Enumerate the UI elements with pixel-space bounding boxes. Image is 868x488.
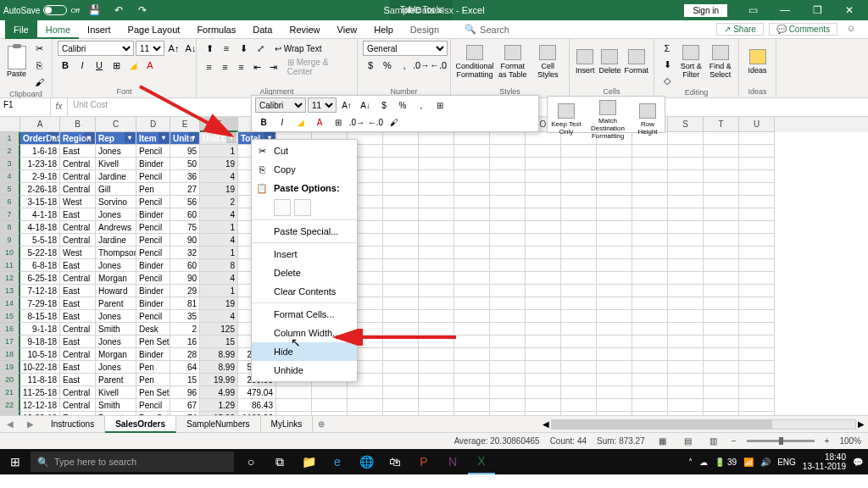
cell[interactable] bbox=[454, 145, 490, 158]
cell[interactable] bbox=[490, 234, 526, 247]
cell[interactable] bbox=[704, 285, 739, 297]
cell[interactable]: 60 bbox=[170, 259, 200, 272]
find-select-button[interactable]: Find & Select bbox=[708, 41, 734, 83]
cell[interactable] bbox=[419, 145, 454, 158]
cell[interactable]: 11-25-18 bbox=[20, 386, 60, 399]
menu-clear-contents[interactable]: Clear Contents bbox=[252, 282, 357, 301]
cell[interactable]: 32 bbox=[170, 247, 200, 259]
cell[interactable]: Pencil bbox=[136, 145, 170, 158]
cell[interactable] bbox=[668, 196, 704, 208]
cell[interactable] bbox=[454, 158, 490, 170]
cell[interactable] bbox=[632, 386, 668, 399]
cell[interactable] bbox=[490, 145, 526, 158]
cell[interactable]: 56 bbox=[170, 196, 200, 208]
cell[interactable]: 81 bbox=[170, 297, 200, 310]
add-sheet-button[interactable]: ⊕ bbox=[313, 419, 330, 429]
mini-increase-font-icon[interactable]: A↑ bbox=[338, 97, 355, 113]
cell[interactable]: Jones bbox=[96, 145, 136, 158]
cell[interactable] bbox=[454, 412, 490, 415]
cell[interactable] bbox=[454, 348, 490, 361]
cell[interactable] bbox=[490, 183, 526, 196]
mini-comma-icon[interactable]: , bbox=[413, 97, 430, 113]
bold-button[interactable]: B bbox=[58, 58, 73, 73]
tray-temp[interactable]: 🔋 39 bbox=[715, 458, 737, 467]
orientation-icon[interactable]: ⤢ bbox=[253, 41, 268, 56]
cell[interactable] bbox=[597, 348, 632, 361]
cell[interactable]: 19 bbox=[200, 158, 238, 170]
cell[interactable]: Units bbox=[170, 132, 200, 145]
cell[interactable] bbox=[419, 158, 454, 170]
mini-fill-icon[interactable]: ◢ bbox=[292, 114, 309, 130]
row-header[interactable]: 7 bbox=[0, 208, 20, 221]
cell[interactable] bbox=[383, 336, 419, 348]
cell[interactable]: 15.99 bbox=[200, 412, 238, 415]
menu-column-width[interactable]: Column Width... bbox=[252, 324, 357, 342]
cell[interactable] bbox=[454, 259, 490, 272]
sheet-area[interactable]: ABCDEFGHIJKLMNOPQRSTU 123456789101112131… bbox=[0, 117, 868, 415]
cell[interactable] bbox=[597, 158, 632, 170]
cell[interactable] bbox=[739, 208, 775, 221]
cell[interactable] bbox=[526, 196, 561, 208]
cell[interactable] bbox=[561, 361, 597, 374]
cell[interactable] bbox=[419, 297, 454, 310]
row-header[interactable]: 4 bbox=[0, 170, 20, 183]
cell[interactable]: 10-22-18 bbox=[20, 361, 60, 374]
cell[interactable]: 28 bbox=[170, 348, 200, 361]
comma-icon[interactable]: , bbox=[397, 58, 412, 73]
format-painter-icon[interactable]: 🖌 bbox=[31, 75, 47, 90]
cell[interactable]: Central bbox=[60, 234, 96, 247]
cell[interactable]: 1-6-18 bbox=[20, 145, 60, 158]
tab-help[interactable]: Help bbox=[365, 20, 402, 39]
ideas-button[interactable]: Ideas bbox=[744, 41, 771, 83]
cell[interactable]: Binder bbox=[136, 285, 170, 297]
cell[interactable] bbox=[739, 412, 775, 415]
cell[interactable] bbox=[668, 272, 704, 285]
mini-border-icon[interactable]: ⊞ bbox=[431, 97, 448, 113]
row-header[interactable]: 13 bbox=[0, 285, 20, 297]
cell[interactable] bbox=[454, 196, 490, 208]
cell[interactable] bbox=[383, 196, 419, 208]
cell[interactable] bbox=[490, 361, 526, 374]
fill-icon[interactable]: ⬇ bbox=[659, 57, 675, 72]
cell[interactable] bbox=[704, 145, 739, 158]
cell[interactable]: 4 bbox=[200, 208, 238, 221]
cell[interactable] bbox=[632, 259, 668, 272]
cell[interactable]: Kivell bbox=[96, 158, 136, 170]
cell[interactable] bbox=[597, 386, 632, 399]
align-middle-icon[interactable]: ≡ bbox=[219, 41, 234, 56]
cell[interactable] bbox=[419, 323, 454, 336]
cell[interactable] bbox=[526, 323, 561, 336]
close-icon[interactable]: ✕ bbox=[834, 0, 865, 20]
column-header-E[interactable]: E bbox=[170, 117, 200, 132]
row-header[interactable]: 2 bbox=[0, 145, 20, 158]
column-header-F[interactable]: F bbox=[200, 117, 238, 132]
powerpoint-icon[interactable]: P bbox=[410, 449, 437, 474]
sheet-tab-instructions[interactable]: Instructions bbox=[41, 416, 105, 433]
cell[interactable] bbox=[383, 374, 419, 386]
row-header[interactable]: 23 bbox=[0, 412, 20, 415]
maximize-icon[interactable]: ❐ bbox=[802, 0, 832, 20]
onenote-icon[interactable]: N bbox=[439, 449, 466, 474]
cell[interactable]: Parent bbox=[96, 374, 136, 386]
cell[interactable] bbox=[704, 132, 739, 145]
cell[interactable]: Central bbox=[60, 386, 96, 399]
cell[interactable] bbox=[454, 336, 490, 348]
cell[interactable]: 60 bbox=[170, 208, 200, 221]
mini-currency-icon[interactable]: $ bbox=[376, 97, 392, 113]
cell[interactable] bbox=[490, 310, 526, 323]
zoom-out-button[interactable]: − bbox=[732, 436, 737, 446]
underline-button[interactable]: U bbox=[92, 58, 107, 73]
row-header[interactable]: 22 bbox=[0, 399, 20, 412]
cell[interactable]: Binder bbox=[136, 297, 170, 310]
cell[interactable] bbox=[739, 386, 775, 399]
cell[interactable]: Rep bbox=[96, 132, 136, 145]
cell[interactable] bbox=[668, 247, 704, 259]
cell[interactable] bbox=[704, 310, 739, 323]
border-button[interactable]: ⊞ bbox=[108, 58, 124, 73]
cell[interactable]: East bbox=[60, 361, 96, 374]
cell[interactable] bbox=[597, 221, 632, 234]
cell[interactable] bbox=[383, 158, 419, 170]
cell[interactable]: 8.99 bbox=[200, 361, 238, 374]
cell[interactable] bbox=[704, 399, 739, 412]
cell[interactable] bbox=[454, 399, 490, 412]
